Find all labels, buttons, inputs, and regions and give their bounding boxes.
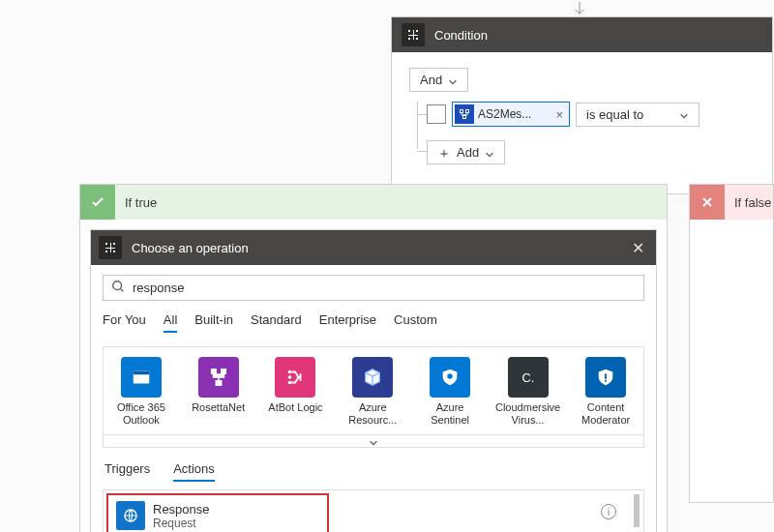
add-label: Add [457,145,479,160]
subtab-actions[interactable]: Actions [173,458,215,482]
svg-rect-7 [221,369,225,374]
row-checkbox[interactable] [427,104,446,124]
tab-enterprise[interactable]: Enterprise [319,309,376,333]
connector-label: Azure Resourc... [341,401,404,429]
svg-rect-6 [211,369,216,374]
choose-operation-panel: Choose an operation ✕ For YouAllBuilt-in… [90,229,657,532]
svg-rect-15 [605,380,607,382]
chevron-down-icon [679,109,689,119]
connector-tile-icon [121,357,162,398]
if-true-label: If true [115,195,157,210]
search-input-container[interactable] [103,275,644,301]
condition-title: Condition [434,28,488,43]
tab-custom[interactable]: Custom [394,309,437,333]
connector-atbot-logic[interactable]: AtBot Logic [264,357,328,429]
response-action-icon [116,501,145,530]
choose-operation-body: For YouAllBuilt-inStandardEnterpriseCust… [91,265,656,532]
tab-all[interactable]: All [164,309,177,333]
info-icon[interactable]: i [601,504,616,519]
condition-tree: AS2Mes... × is equal to ＋ Add [409,102,755,164]
svg-rect-14 [605,373,607,379]
chevron-down-icon [369,436,378,446]
tab-built-in[interactable]: Built-in [194,309,233,333]
tab-for-you[interactable]: For You [103,309,146,333]
svg-point-12 [447,373,453,379]
connector-content-moderator[interactable]: Content Moderator [574,357,638,429]
svg-rect-5 [134,371,150,375]
connector-label: AtBot Logic [268,401,322,429]
svg-point-9 [288,370,292,374]
connector-tile-icon: C. [508,357,549,398]
if-false-block: If false [689,184,774,503]
svg-rect-8 [216,381,222,386]
add-row: ＋ Add [427,136,755,164]
choose-operation-header: Choose an operation ✕ [91,230,656,265]
action-result-text: Response Request [153,502,210,530]
scrollbar-thumb[interactable] [634,494,640,527]
svg-rect-1 [466,110,469,113]
add-condition-button[interactable]: ＋ Add [427,140,505,164]
expression-chip-icon [455,104,474,124]
expand-connectors-button[interactable] [103,434,644,448]
chevron-down-icon [485,148,494,158]
operation-icon [99,236,122,259]
connector-office-365-outlook[interactable]: Office 365 Outlook [109,357,173,429]
connectors-row: Office 365 OutlookRosettaNetAtBot LogicA… [103,346,644,435]
svg-rect-0 [461,110,463,113]
condition-operator-label: And [420,73,442,87]
if-true-block: If true Choose an operation ✕ For YouAll… [79,184,668,532]
condition-body: And AS2Mes... × is equal to ＋ Add [392,52,772,193]
close-icon[interactable]: ✕ [628,239,648,257]
expression-chip-remove[interactable]: × [551,107,567,122]
search-input[interactable] [133,281,636,295]
condition-card: Condition And AS2Mes... × is equal to [391,16,773,194]
connector-azure-sentinel[interactable]: Azure Sentinel [418,357,482,429]
comparison-operator-dropdown[interactable]: is equal to [576,103,700,127]
connector-label: RosettaNet [192,401,245,429]
svg-text:C.: C. [521,370,534,385]
check-icon [80,185,115,220]
condition-row: AS2Mes... × is equal to [427,102,755,127]
expression-chip[interactable]: AS2Mes... × [452,102,570,127]
connector-rosettanet[interactable]: RosettaNet [187,357,251,429]
connector-label: Content Moderator [574,401,638,429]
branches-row: If true Choose an operation ✕ For YouAll… [79,184,774,532]
category-tabs: For YouAllBuilt-inStandardEnterpriseCust… [103,309,644,333]
plus-icon: ＋ [437,146,451,160]
action-title: Response [153,502,210,517]
connector-tile-icon [352,357,393,398]
if-true-header[interactable]: If true [80,185,667,220]
connector-tile-icon [585,357,626,398]
connector-label: Cloudmersive Virus... [495,401,560,429]
action-result-response[interactable]: Response Request [106,493,329,532]
chevron-down-icon [448,75,458,85]
connector-tile-icon [198,357,239,398]
svg-rect-2 [463,116,466,119]
connector-label: Office 365 Outlook [109,401,173,429]
svg-point-11 [288,381,292,385]
if-false-label: If false [725,195,771,210]
connector-tile-icon [430,357,470,398]
comparison-operator-label: is equal to [586,107,643,122]
condition-operator-dropdown[interactable]: And [409,68,468,92]
subtab-triggers[interactable]: Triggers [104,458,150,482]
search-icon [111,280,125,296]
action-subtitle: Request [153,517,210,530]
condition-header[interactable]: Condition [392,17,772,52]
flow-arrow-down-icon [571,0,588,17]
close-icon [690,185,725,220]
tab-standard[interactable]: Standard [251,309,302,333]
choose-operation-title: Choose an operation [132,241,249,255]
action-results-list: Response Request i [103,489,644,532]
connector-label: Azure Sentinel [418,401,482,429]
connector-azure-resourc-[interactable]: Azure Resourc... [341,357,404,429]
svg-point-10 [288,375,292,379]
expression-chip-label: AS2Mes... [478,107,551,121]
connector-tile-icon [275,357,315,398]
trigger-action-tabs: TriggersActions [104,458,644,482]
connector-cloudmersive-virus-[interactable]: C.Cloudmersive Virus... [495,357,560,429]
condition-icon [402,23,425,46]
if-false-header[interactable]: If false [690,185,773,220]
svg-point-3 [113,281,122,290]
